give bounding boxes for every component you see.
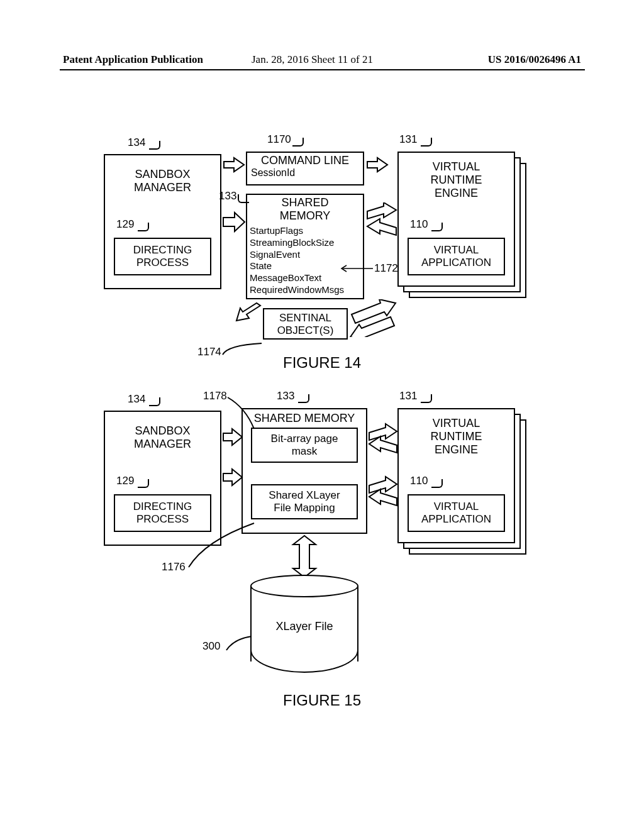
header-rule: [60, 69, 585, 70]
hook-icon: [431, 479, 443, 488]
vapp-box-15: VIRTUALAPPLICATION: [408, 494, 505, 532]
hook-icon: [138, 223, 149, 231]
command-line-sub: SessionId: [251, 167, 359, 179]
ref-1176: 1176: [162, 561, 186, 573]
bitarray-box: Bit-array pagemask: [251, 428, 358, 463]
ref-129-15: 129: [116, 475, 134, 487]
command-line-title: COMMAND LINE: [251, 154, 359, 167]
xlayermap-label: Shared XLayerFile Mapping: [252, 489, 357, 514]
arrow-right-icon: [223, 157, 245, 173]
svg-marker-2: [367, 158, 387, 172]
ref-1170: 1170: [267, 133, 291, 146]
ref-110-15: 110: [410, 475, 428, 487]
header-right: US 2016/0026496 A1: [488, 53, 581, 66]
shared-memory-title-14: SHAREDMEMORY: [247, 195, 363, 223]
arrow-right-icon: [222, 428, 243, 446]
field-requiredwindowmsgs: RequiredWindowMsgs: [250, 284, 363, 296]
sentinel-box: SENTINALOBJECT(S): [263, 308, 348, 340]
hook-icon: [149, 397, 160, 406]
xlayermap-box: Shared XLayerFile Mapping: [251, 484, 358, 519]
hook-icon: [298, 394, 309, 403]
hook-icon: [238, 194, 249, 203]
ref-131-14: 131: [399, 133, 417, 146]
ref-131-15: 131: [399, 390, 417, 402]
arrow-right-icon: [222, 211, 246, 233]
svg-marker-1: [224, 158, 244, 172]
svg-marker-15: [293, 536, 316, 577]
ref-110-14: 110: [410, 218, 428, 231]
sandbox-manager-label-15: SANDBOXMANAGER: [105, 424, 220, 451]
directing-process-box-14: DIRECTINGPROCESS: [114, 238, 211, 275]
svg-marker-11: [369, 424, 397, 440]
svg-marker-6: [236, 303, 260, 321]
figure-15-caption: FIGURE 15: [0, 692, 644, 709]
ref-129-14: 129: [116, 218, 134, 231]
vre-label-14: VIRTUALRUNTIMEENGINE: [399, 160, 514, 200]
vre-label-15: VIRTUALRUNTIMEENGINE: [399, 417, 514, 456]
svg-marker-3: [223, 213, 245, 231]
arrow-right-icon: [222, 468, 243, 487]
arrow-right-icon: [366, 157, 389, 173]
hook-icon: [138, 479, 149, 488]
sandbox-manager-label-14: SANDBOXMANAGER: [105, 168, 220, 194]
bidirectional-arrow-icon: [368, 423, 399, 454]
bidirectional-arrow-icon: [349, 299, 398, 337]
ref-1172: 1172: [374, 262, 398, 275]
ref-134-14: 134: [128, 136, 145, 149]
vapp-box-14: VIRTUALAPPLICATION: [408, 238, 505, 275]
field-startupflags: StartupFlags: [250, 225, 363, 237]
shared-memory-fields: StartupFlags StreamingBlockSize SignalEv…: [247, 225, 363, 296]
ref-1178: 1178: [203, 390, 227, 402]
figure-14-caption: FIGURE 14: [0, 354, 644, 372]
field-signalevent: SignalEvent: [250, 249, 363, 261]
header-center: Jan. 28, 2016 Sheet 11 of 21: [252, 53, 373, 66]
pointer-arrow-icon: [338, 263, 375, 274]
field-messageboxtext: MessageBoxText: [250, 272, 363, 284]
xlayer-cylinder: XLayer File: [250, 575, 358, 673]
directing-process-label-14: DIRECTINGPROCESS: [115, 244, 210, 269]
bidirectional-vertical-arrow-icon: [291, 534, 318, 578]
svg-marker-9: [223, 429, 242, 445]
sentinel-label: SENTINALOBJECT(S): [264, 312, 347, 337]
bidirectional-arrow-icon: [365, 202, 399, 236]
svg-marker-5: [367, 219, 396, 235]
field-streamingblocksize: StreamingBlockSize: [250, 237, 363, 249]
hook-icon: [292, 138, 304, 147]
svg-marker-4: [367, 202, 396, 219]
hook-icon: [186, 522, 262, 572]
hook-icon: [431, 223, 443, 231]
arrow-left-icon: [235, 301, 263, 328]
hook-icon: [421, 138, 432, 147]
hook-icon: [226, 395, 264, 433]
svg-marker-13: [369, 477, 397, 493]
ref-300: 300: [203, 640, 220, 653]
vapp-label-15: VIRTUALAPPLICATION: [409, 501, 504, 526]
hook-icon: [421, 394, 432, 403]
command-line-box: COMMAND LINE SessionId: [246, 152, 364, 185]
xlayer-file-label: XLayer File: [250, 620, 358, 633]
shared-memory-box-14: SHAREDMEMORY StartupFlags StreamingBlock…: [246, 194, 364, 299]
bitarray-label: Bit-array pagemask: [252, 433, 357, 458]
ref-134-15: 134: [128, 393, 145, 406]
svg-marker-10: [223, 469, 242, 485]
ref-133-14: 133: [219, 190, 236, 202]
header-left: Patent Application Publication: [63, 53, 203, 66]
ref-133-15: 133: [277, 390, 294, 402]
hook-icon: [149, 141, 160, 150]
vapp-label-14: VIRTUALAPPLICATION: [409, 244, 504, 269]
hook-icon: [224, 635, 255, 654]
bidirectional-arrow-icon: [368, 475, 399, 507]
